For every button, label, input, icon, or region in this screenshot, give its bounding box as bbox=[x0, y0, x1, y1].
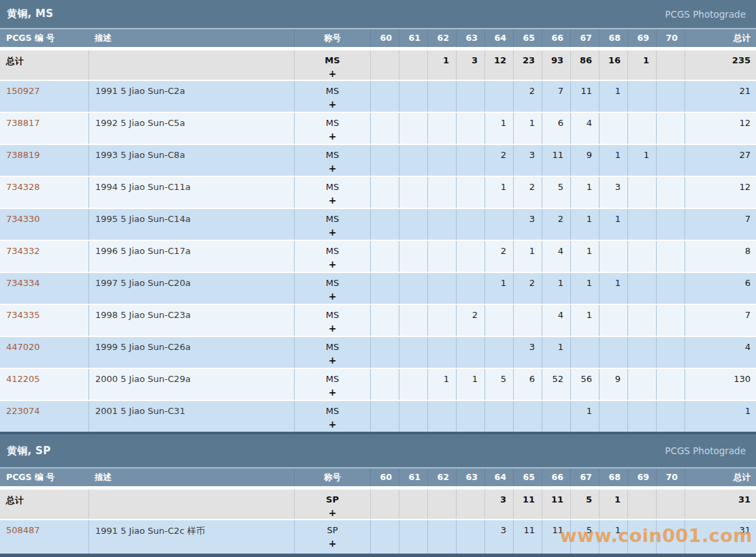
col-header-grade-65: 65 bbox=[513, 29, 542, 47]
photograde-link[interactable]: PCGS Photograde bbox=[665, 445, 746, 456]
pcgs-number-link[interactable]: 738817 bbox=[6, 118, 40, 128]
grade-count-60 bbox=[370, 337, 399, 368]
grade-count-69 bbox=[627, 369, 656, 400]
table-row: 1509271991 5 Jiao Sun-C2aMS+2711121 bbox=[0, 80, 756, 112]
pcgs-number-link[interactable]: 734328 bbox=[6, 182, 40, 192]
grade-count-65 bbox=[513, 401, 542, 432]
pcgs-number-link[interactable]: 223074 bbox=[6, 406, 40, 416]
grade-count-63 bbox=[456, 209, 484, 240]
designation-cell: MS+ bbox=[294, 273, 370, 304]
grade-count-69 bbox=[627, 337, 656, 368]
grade-count-60 bbox=[370, 50, 399, 80]
row-total: 21 bbox=[685, 81, 756, 112]
grade-count-66: 6 bbox=[542, 113, 570, 144]
grade-count-68: 1 bbox=[599, 81, 627, 112]
grade-count-63 bbox=[456, 241, 484, 272]
photograde-link[interactable]: PCGS Photograde bbox=[665, 9, 746, 20]
pcgs-number-link[interactable]: 734332 bbox=[6, 246, 40, 256]
grade-count-62 bbox=[427, 145, 456, 176]
grade-count-63: 2 bbox=[456, 305, 484, 336]
section-header-bar: 黄铜, SP PCGS Photograde bbox=[0, 434, 756, 467]
col-header-grade-68: 68 bbox=[599, 468, 627, 486]
coin-description bbox=[88, 490, 294, 519]
grade-count-64: 3 bbox=[484, 520, 513, 554]
grade-count-63: 3 bbox=[456, 50, 484, 80]
section-brass-ms: 黄铜, MS PCGS Photograde PCGS 编 号 描述 称号 60… bbox=[0, 0, 756, 434]
pcgs-number-link[interactable]: 412205 bbox=[6, 374, 40, 384]
designation-label: MS bbox=[326, 278, 339, 288]
grade-count-61 bbox=[399, 50, 427, 80]
pcgs-number-link[interactable]: 734334 bbox=[6, 278, 40, 288]
plus-designation: + bbox=[329, 539, 337, 548]
grade-count-60 bbox=[370, 520, 399, 554]
grade-count-61 bbox=[399, 81, 427, 112]
grade-count-66 bbox=[542, 401, 570, 432]
grade-count-60 bbox=[370, 241, 399, 272]
grade-count-62 bbox=[427, 305, 456, 336]
grade-count-64 bbox=[484, 401, 513, 432]
pcgs-number-link[interactable]: 734330 bbox=[6, 214, 40, 224]
grade-count-68 bbox=[599, 241, 627, 272]
designation-label: MS bbox=[326, 182, 339, 192]
grade-count-65: 2 bbox=[513, 81, 542, 112]
grade-count-69 bbox=[627, 401, 656, 432]
col-header-designation: 称号 bbox=[294, 468, 370, 486]
row-total: 4 bbox=[685, 337, 756, 368]
grade-count-60 bbox=[370, 401, 399, 432]
table-row: 5084871991 5 Jiao Sun-C2c 样币SP+311115131 bbox=[0, 519, 756, 554]
designation-label: SP bbox=[327, 525, 338, 535]
grade-count-67: 9 bbox=[570, 145, 599, 176]
grade-count-60 bbox=[370, 177, 399, 208]
column-header-row: PCGS 编 号 描述 称号 6061626364656667686970总计 bbox=[0, 29, 756, 48]
pcgs-number-link[interactable]: 150927 bbox=[6, 86, 40, 96]
grade-count-66: 11 bbox=[542, 520, 570, 554]
row-total: 7 bbox=[685, 209, 756, 240]
grade-count-66: 4 bbox=[542, 241, 570, 272]
pcgs-number-link[interactable]: 738819 bbox=[6, 150, 40, 160]
grade-count-63 bbox=[456, 177, 484, 208]
designation-cell: SP+ bbox=[294, 520, 370, 554]
table-row: 7343351998 5 Jiao Sun-C23aMS+2417 bbox=[0, 304, 756, 336]
col-header-grade-68: 68 bbox=[599, 29, 627, 47]
table-bottom-border bbox=[0, 554, 756, 557]
grade-count-61 bbox=[399, 520, 427, 554]
grade-count-69: 1 bbox=[627, 145, 656, 176]
coin-description: 1991 5 Jiao Sun-C2a bbox=[88, 81, 294, 112]
pcgs-number-link[interactable]: 734335 bbox=[6, 310, 40, 320]
grade-count-63 bbox=[456, 401, 484, 432]
grade-count-70 bbox=[656, 177, 685, 208]
coin-description bbox=[88, 50, 294, 80]
row-total: 130 bbox=[685, 369, 756, 400]
grade-count-62 bbox=[427, 520, 456, 554]
grade-count-67: 11 bbox=[570, 81, 599, 112]
grade-count-67: 1 bbox=[570, 241, 599, 272]
designation-cell: MS+ bbox=[294, 81, 370, 112]
grade-count-66: 7 bbox=[542, 81, 570, 112]
grade-count-68 bbox=[599, 113, 627, 144]
grade-count-64 bbox=[484, 305, 513, 336]
grade-count-65: 1 bbox=[513, 113, 542, 144]
table-row: 7388191993 5 Jiao Sun-C8aMS+231191127 bbox=[0, 144, 756, 176]
pcgs-number-link[interactable]: 508487 bbox=[6, 525, 40, 535]
designation-label: MS bbox=[326, 86, 339, 96]
section-title: 黄铜, SP bbox=[7, 445, 51, 458]
grade-count-66: 5 bbox=[542, 177, 570, 208]
col-header-grade-66: 66 bbox=[542, 29, 570, 47]
grade-count-68: 1 bbox=[599, 145, 627, 176]
grade-count-70 bbox=[656, 490, 685, 519]
grade-count-70 bbox=[656, 520, 685, 554]
grade-count-69: 1 bbox=[627, 50, 656, 80]
designation-cell: MS+ bbox=[294, 145, 370, 176]
grade-count-68: 1 bbox=[599, 273, 627, 304]
plus-designation: + bbox=[329, 99, 337, 109]
designation-cell: MS+ bbox=[294, 241, 370, 272]
grade-count-61 bbox=[399, 490, 427, 519]
col-header-grade-63: 63 bbox=[456, 468, 484, 486]
grade-count-62 bbox=[427, 177, 456, 208]
grade-count-65: 11 bbox=[513, 520, 542, 554]
grade-count-67: 4 bbox=[570, 113, 599, 144]
designation-label: MS bbox=[326, 118, 339, 128]
pcgs-number-link[interactable]: 447020 bbox=[6, 342, 40, 352]
grade-count-62: 1 bbox=[427, 50, 456, 80]
col-header-grade-61: 61 bbox=[399, 468, 427, 486]
